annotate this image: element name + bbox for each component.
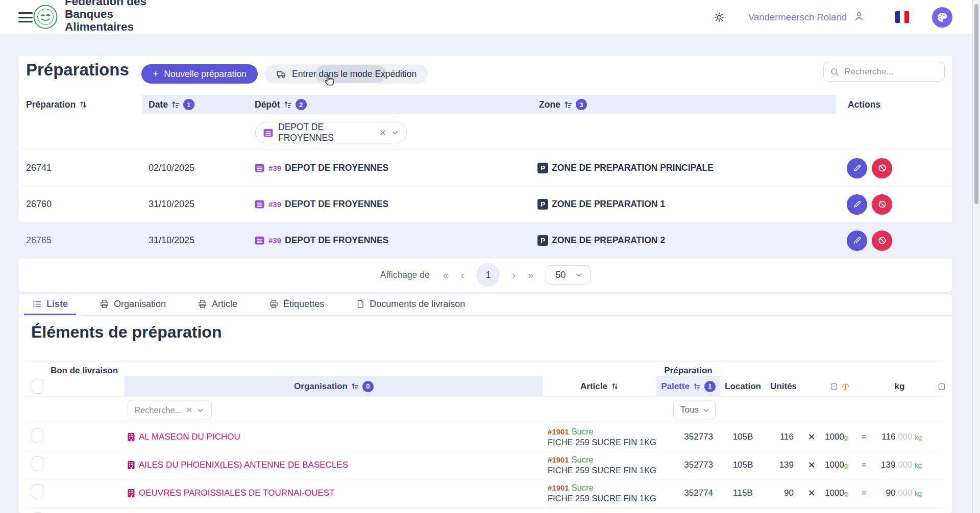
brand-name: Fédération des Banques Alimentaires: [65, 0, 151, 34]
row-select: [26, 484, 56, 502]
element-row[interactable]: AL MASEON DU PICHOU #1901 Sucre FICHE 25…: [26, 423, 943, 451]
document-icon: [356, 299, 365, 309]
edit-button[interactable]: [847, 230, 867, 251]
row-checkbox[interactable]: [32, 456, 43, 471]
column-article[interactable]: Article: [543, 376, 656, 397]
palette-cell: 352773: [656, 432, 720, 442]
cancel-button[interactable]: [872, 230, 892, 251]
language-flag-fr[interactable]: [895, 11, 909, 23]
column-depot[interactable]: Dépôt 2: [249, 95, 533, 114]
page-scrollbar[interactable]: [972, 0, 980, 513]
column-location[interactable]: Location: [720, 376, 766, 397]
cancel-button[interactable]: [872, 158, 892, 178]
edit-button[interactable]: [847, 158, 867, 178]
column-kg[interactable]: kg: [873, 376, 926, 397]
select-all-checkbox[interactable]: [32, 379, 43, 394]
spacer-cell: [855, 376, 873, 397]
last-page-button[interactable]: »: [528, 269, 533, 281]
cancel-button[interactable]: [872, 194, 892, 215]
prep-zone: P ZONE DE PREPARATION 2: [533, 222, 836, 259]
theme-palette-button[interactable]: [932, 7, 952, 28]
sort-both-icon: [79, 100, 88, 109]
clear-filter-icon[interactable]: ✕: [379, 127, 386, 138]
sort-asc-icon: [171, 100, 180, 109]
element-row-partial[interactable]: #1901 Sucre: [26, 507, 943, 513]
prep-actions: [836, 150, 952, 186]
unites-cell: 116: [766, 432, 801, 442]
page-size-select[interactable]: 50: [546, 265, 591, 285]
search-input[interactable]: [844, 62, 941, 81]
theme-sun-icon[interactable]: [714, 12, 725, 23]
spacer-cell: [56, 376, 125, 397]
user-menu[interactable]: Vandermeersch Roland: [748, 10, 865, 24]
edit-button[interactable]: [847, 194, 867, 215]
depot-filter-chip[interactable]: DEPOT DE FROYENNES ✕: [255, 122, 407, 143]
column-unites[interactable]: Unités: [766, 376, 801, 397]
chevron-down-icon[interactable]: [391, 129, 399, 137]
article-filter-select[interactable]: Tous: [673, 400, 716, 420]
sort-both-icon: [610, 382, 619, 391]
row-checkbox[interactable]: [32, 428, 43, 443]
tab-liste[interactable]: Liste: [24, 294, 76, 315]
organisation-cell: AILES DU PHOENIX(LES) ANTENNE DE BASECLE…: [125, 460, 543, 470]
prep-zone: P ZONE DE PREPARATION PRINCIPALE: [533, 150, 836, 186]
preparation-row[interactable]: 26760 31/10/2025 #39 DEPOT DE FROYENNES …: [19, 186, 952, 222]
organisation-cell: OEUVRES PAROISSIALES DE TOURNAI-OUEST: [125, 488, 543, 498]
prep-depot: #39 DEPOT DE FROYENNES: [249, 150, 533, 186]
printer-icon: [269, 299, 279, 309]
tab-documents-livraison[interactable]: Documents de livraison: [348, 294, 473, 315]
element-row[interactable]: OEUVRES PAROISSIALES DE TOURNAI-OUEST #1…: [26, 479, 943, 507]
preparation-row[interactable]: 26741 02/10/2025 #39 DEPOT DE FROYENNES …: [19, 150, 952, 186]
chevron-down-icon[interactable]: [197, 406, 204, 414]
depot-filter-row: DEPOT DE FROYENNES ✕: [19, 114, 952, 150]
scrollbar-thumb[interactable]: [974, 4, 978, 204]
current-page[interactable]: 1: [476, 263, 500, 287]
sort-order-badge: 3: [576, 99, 587, 110]
clear-filter-icon[interactable]: ✕: [186, 405, 193, 415]
prep-date: 02/10/2025: [142, 150, 249, 186]
row-select: [26, 428, 56, 446]
elements-filter-row: Recherche... ✕ Tous: [26, 397, 943, 423]
building-icon: [128, 460, 135, 470]
first-page-button[interactable]: «: [443, 269, 449, 281]
tab-article[interactable]: Article: [189, 294, 246, 315]
sort-asc-icon: [351, 382, 359, 391]
sort-asc-icon: [564, 100, 573, 109]
elements-table: Bon de livraison Préparation Organisatio…: [26, 362, 943, 513]
tab-organisation[interactable]: Organisation: [91, 294, 174, 315]
column-palette[interactable]: Palette 1: [656, 376, 720, 397]
article-cell: #1901 Sucre FICHE 259 SUCRE FIN 1KG: [543, 482, 656, 504]
column-date[interactable]: Date 1: [142, 95, 249, 114]
elements-title: Éléments de préparation: [31, 323, 222, 342]
search-icon: [830, 67, 840, 77]
tab-etiquettes[interactable]: Étiquettes: [261, 294, 332, 315]
select-column-icon[interactable]: [938, 382, 945, 393]
column-organisation[interactable]: Organisation 0: [125, 376, 543, 397]
palette-cell: 352774: [656, 488, 720, 498]
spacer-cell: [801, 376, 822, 397]
new-preparation-button[interactable]: + Nouvelle préparation: [141, 64, 258, 84]
weighing-scale-icon[interactable]: [841, 382, 850, 394]
menu-icon[interactable]: [18, 12, 33, 22]
prep-date: 31/10/2025: [142, 222, 249, 259]
spacer-cell: [822, 376, 855, 397]
location-cell: 115B: [720, 488, 766, 498]
building-icon: [128, 489, 135, 498]
organisation-link[interactable]: AL MASEON DU PICHOU: [139, 432, 240, 442]
prep-id: 26741: [19, 150, 142, 186]
element-row[interactable]: AILES DU PHOENIX(LES) ANTENNE DE BASECLE…: [26, 451, 943, 479]
row-checkbox[interactable]: [32, 484, 43, 499]
preparation-row-selected[interactable]: 26765 31/10/2025 #39 DEPOT DE FROYENNES …: [19, 222, 952, 259]
prev-page-button[interactable]: ‹: [461, 269, 464, 281]
next-page-button[interactable]: ›: [512, 269, 516, 281]
prep-zone: P ZONE DE PREPARATION 1: [533, 186, 836, 222]
organisation-link[interactable]: AILES DU PHOENIX(LES) ANTENNE DE BASECLE…: [139, 460, 348, 470]
organisation-filter[interactable]: Recherche... ✕: [128, 400, 212, 420]
sort-order-badge: 2: [296, 99, 307, 110]
column-preparation[interactable]: Préparation: [19, 95, 142, 114]
expedition-mode-button[interactable]: Entrer dans le mode Expédition: [265, 64, 428, 84]
select-column-icon[interactable]: [830, 382, 838, 393]
top-header: Fédération des Banques Alimentaires Vand…: [0, 0, 980, 35]
column-zone[interactable]: Zone 3: [533, 95, 836, 114]
organisation-link[interactable]: OEUVRES PAROISSIALES DE TOURNAI-OUEST: [139, 488, 335, 498]
